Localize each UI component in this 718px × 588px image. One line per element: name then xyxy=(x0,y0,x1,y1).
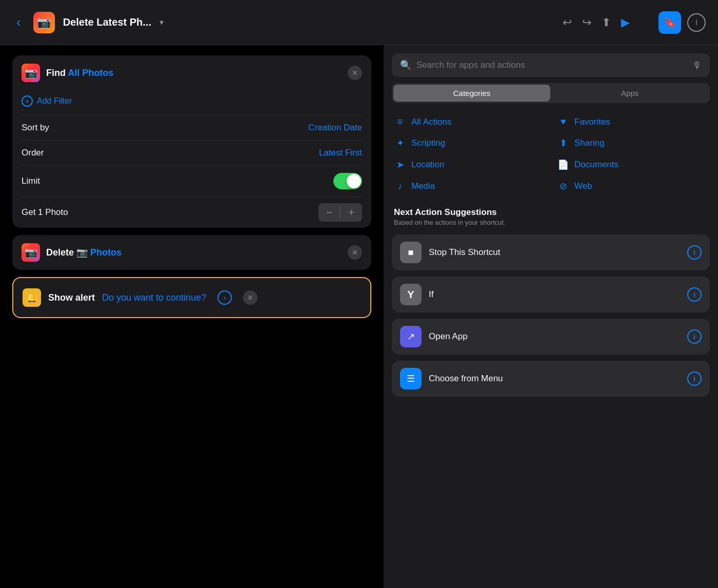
find-card-title: Find All Photos xyxy=(46,68,113,79)
delete-card-close[interactable]: ✕ xyxy=(348,245,362,260)
scripting-label: Scripting xyxy=(411,138,445,148)
if-icon: Y xyxy=(400,284,422,305)
delete-card-icon: 📷 xyxy=(22,243,40,262)
limit-label: Limit xyxy=(22,176,40,186)
suggestions-section: Next Action Suggestions Based on the act… xyxy=(392,205,710,228)
suggestion-open-app[interactable]: ↗ Open App i xyxy=(392,319,710,355)
categories-grid: ≡ All Actions ♥ Favorites ✦ Scripting ⬆ … xyxy=(392,109,710,199)
addon-library-button[interactable]: 🔖 xyxy=(659,11,681,34)
open-app-label: Open App xyxy=(429,331,680,342)
media-icon: ♪ xyxy=(394,181,406,192)
stop-shortcut-label: Stop This Shortcut xyxy=(429,247,680,258)
category-location[interactable]: ➤ Location xyxy=(394,156,545,173)
order-value[interactable]: Latest First xyxy=(319,148,362,158)
category-web[interactable]: ⊘ Web xyxy=(557,178,708,195)
favorites-icon: ♥ xyxy=(557,116,569,127)
sort-row: Sort by Creation Date xyxy=(12,115,371,140)
sharing-icon: ⬆ xyxy=(557,138,569,149)
left-panel: 📷 Find All Photos ✕ + Add Filter Sort by… xyxy=(0,45,384,588)
category-favorites[interactable]: ♥ Favorites xyxy=(557,113,708,130)
suggestion-stop[interactable]: ■ Stop This Shortcut i xyxy=(392,234,710,270)
info-icon: i xyxy=(695,18,697,27)
add-filter-icon: + xyxy=(22,95,33,107)
top-bar: ‹ 📷 Delete Latest Ph... ▾ ↩ ↪ ⬆ ▶ 🔖 i xyxy=(0,0,718,45)
play-button[interactable]: ▶ xyxy=(621,16,630,29)
web-label: Web xyxy=(574,181,592,191)
choose-menu-info-button[interactable]: i xyxy=(687,371,702,386)
delete-card-title: Delete 📷 Photos xyxy=(46,247,122,258)
alert-subtitle: Do you want to continue? xyxy=(102,292,206,303)
get-photo-label: Get 1 Photo xyxy=(22,207,68,218)
back-button[interactable]: ‹ xyxy=(12,12,25,32)
choose-menu-label: Choose from Menu xyxy=(429,374,680,384)
open-app-info-button[interactable]: i xyxy=(687,329,702,344)
undo-button[interactable]: ↩ xyxy=(563,16,572,29)
shortcut-title: Delete Latest Ph... xyxy=(63,16,151,28)
order-row: Order Latest First xyxy=(12,141,371,165)
location-icon: ➤ xyxy=(394,159,406,170)
choose-menu-icon: ☰ xyxy=(400,368,422,389)
share-button[interactable]: ⬆ xyxy=(602,16,611,29)
delete-card-header: 📷 Delete 📷 Photos ✕ xyxy=(12,235,371,270)
find-card-icon: 📷 xyxy=(22,64,40,82)
web-icon: ⊘ xyxy=(557,181,569,192)
favorites-label: Favorites xyxy=(574,117,610,127)
category-sharing[interactable]: ⬆ Sharing xyxy=(557,134,708,152)
if-info-button[interactable]: i xyxy=(687,287,702,302)
search-icon: 🔍 xyxy=(400,60,411,71)
alert-expand-icon[interactable]: › xyxy=(217,290,232,305)
category-media[interactable]: ♪ Media xyxy=(394,178,545,195)
all-actions-label: All Actions xyxy=(411,117,451,127)
get-photo-row: Get 1 Photo − + xyxy=(12,197,371,228)
search-bar: 🔍 🎙 xyxy=(392,53,710,77)
alert-card-close[interactable]: ✕ xyxy=(243,290,257,305)
suggestions-subtitle: Based on the actions in your shortcut. xyxy=(392,218,710,228)
photo-count-stepper[interactable]: − + xyxy=(318,203,362,222)
order-label: Order xyxy=(22,148,44,158)
mic-icon[interactable]: 🎙 xyxy=(692,60,702,71)
find-card-header: 📷 Find All Photos ✕ xyxy=(12,55,371,90)
add-filter-button[interactable]: + Add Filter xyxy=(12,90,371,115)
apps-tab[interactable]: Apps xyxy=(551,85,708,102)
limit-toggle[interactable] xyxy=(333,173,362,189)
toggle-thumb xyxy=(347,174,361,188)
toggle-track xyxy=(333,173,362,189)
location-label: Location xyxy=(411,160,444,170)
sort-label: Sort by xyxy=(22,123,49,133)
stop-shortcut-icon: ■ xyxy=(400,242,422,263)
all-actions-icon: ≡ xyxy=(394,116,406,127)
main-content: 📷 Find All Photos ✕ + Add Filter Sort by… xyxy=(0,45,718,588)
find-card-close[interactable]: ✕ xyxy=(348,66,362,80)
show-alert-card: 🔔 Show alert Do you want to continue? › … xyxy=(12,277,371,318)
sharing-label: Sharing xyxy=(574,138,605,148)
search-input[interactable] xyxy=(416,60,687,70)
redo-button[interactable]: ↪ xyxy=(582,16,591,29)
category-all-actions[interactable]: ≡ All Actions xyxy=(394,113,545,130)
if-label: If xyxy=(429,289,680,300)
category-documents[interactable]: 📄 Documents xyxy=(557,156,708,173)
delete-icon-inline: 📷 xyxy=(76,247,90,258)
stepper-plus[interactable]: + xyxy=(341,203,362,222)
find-photos-card: 📷 Find All Photos ✕ + Add Filter Sort by… xyxy=(12,55,371,228)
open-app-icon: ↗ xyxy=(400,326,422,347)
info-button[interactable]: i xyxy=(687,13,706,32)
alert-title: Show alert xyxy=(48,292,95,303)
suggestion-if[interactable]: Y If i xyxy=(392,277,710,312)
chevron-down-icon[interactable]: ▾ xyxy=(159,17,164,27)
sort-value[interactable]: Creation Date xyxy=(308,123,362,133)
segmented-control: Categories Apps xyxy=(392,83,710,103)
shortcut-app-icon: 📷 xyxy=(33,12,55,33)
media-label: Media xyxy=(411,181,435,191)
alert-icon: 🔔 xyxy=(23,288,41,307)
stepper-minus[interactable]: − xyxy=(318,203,340,222)
stop-shortcut-info-button[interactable]: i xyxy=(687,245,702,260)
right-panel: 🔍 🎙 Categories Apps ≡ All Actions ♥ Favo… xyxy=(384,45,718,588)
categories-tab[interactable]: Categories xyxy=(393,85,550,102)
documents-label: Documents xyxy=(574,160,619,170)
suggestions-title: Next Action Suggestions xyxy=(392,205,710,218)
scripting-icon: ✦ xyxy=(394,138,406,149)
delete-photos-card: 📷 Delete 📷 Photos ✕ xyxy=(12,235,371,270)
right-toolbar: 🔖 i xyxy=(659,11,706,34)
suggestion-choose-menu[interactable]: ☰ Choose from Menu i xyxy=(392,361,710,397)
category-scripting[interactable]: ✦ Scripting xyxy=(394,134,545,152)
